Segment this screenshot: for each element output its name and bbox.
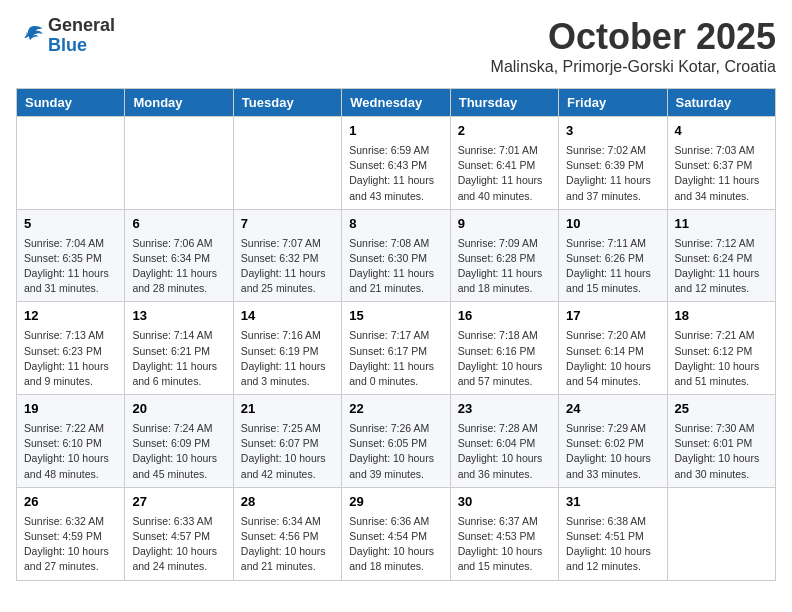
day-number: 23	[458, 400, 551, 419]
day-number: 31	[566, 493, 659, 512]
day-info: Sunrise: 6:37 AM Sunset: 4:53 PM Dayligh…	[458, 514, 551, 575]
day-number: 13	[132, 307, 225, 326]
calendar-week-row: 26Sunrise: 6:32 AM Sunset: 4:59 PM Dayli…	[17, 487, 776, 580]
day-info: Sunrise: 7:17 AM Sunset: 6:17 PM Dayligh…	[349, 328, 442, 389]
day-info: Sunrise: 7:08 AM Sunset: 6:30 PM Dayligh…	[349, 236, 442, 297]
day-info: Sunrise: 7:16 AM Sunset: 6:19 PM Dayligh…	[241, 328, 334, 389]
day-info: Sunrise: 7:20 AM Sunset: 6:14 PM Dayligh…	[566, 328, 659, 389]
calendar-cell: 31Sunrise: 6:38 AM Sunset: 4:51 PM Dayli…	[559, 487, 667, 580]
day-number: 27	[132, 493, 225, 512]
day-info: Sunrise: 7:03 AM Sunset: 6:37 PM Dayligh…	[675, 143, 768, 204]
day-number: 15	[349, 307, 442, 326]
day-number: 7	[241, 215, 334, 234]
day-number: 11	[675, 215, 768, 234]
day-number: 20	[132, 400, 225, 419]
day-info: Sunrise: 7:13 AM Sunset: 6:23 PM Dayligh…	[24, 328, 117, 389]
day-info: Sunrise: 7:28 AM Sunset: 6:04 PM Dayligh…	[458, 421, 551, 482]
day-info: Sunrise: 7:09 AM Sunset: 6:28 PM Dayligh…	[458, 236, 551, 297]
logo-text: General Blue	[48, 16, 115, 56]
day-number: 5	[24, 215, 117, 234]
logo-bird-icon	[16, 22, 44, 50]
day-number: 30	[458, 493, 551, 512]
calendar-cell: 16Sunrise: 7:18 AM Sunset: 6:16 PM Dayli…	[450, 302, 558, 395]
day-info: Sunrise: 7:24 AM Sunset: 6:09 PM Dayligh…	[132, 421, 225, 482]
day-info: Sunrise: 6:38 AM Sunset: 4:51 PM Dayligh…	[566, 514, 659, 575]
calendar-cell	[233, 117, 341, 210]
calendar-cell: 11Sunrise: 7:12 AM Sunset: 6:24 PM Dayli…	[667, 209, 775, 302]
day-number: 14	[241, 307, 334, 326]
calendar-cell: 5Sunrise: 7:04 AM Sunset: 6:35 PM Daylig…	[17, 209, 125, 302]
day-info: Sunrise: 7:22 AM Sunset: 6:10 PM Dayligh…	[24, 421, 117, 482]
calendar-cell: 8Sunrise: 7:08 AM Sunset: 6:30 PM Daylig…	[342, 209, 450, 302]
day-info: Sunrise: 7:12 AM Sunset: 6:24 PM Dayligh…	[675, 236, 768, 297]
day-number: 19	[24, 400, 117, 419]
day-info: Sunrise: 7:21 AM Sunset: 6:12 PM Dayligh…	[675, 328, 768, 389]
day-info: Sunrise: 7:25 AM Sunset: 6:07 PM Dayligh…	[241, 421, 334, 482]
calendar-cell: 6Sunrise: 7:06 AM Sunset: 6:34 PM Daylig…	[125, 209, 233, 302]
calendar-cell: 28Sunrise: 6:34 AM Sunset: 4:56 PM Dayli…	[233, 487, 341, 580]
calendar-cell: 14Sunrise: 7:16 AM Sunset: 6:19 PM Dayli…	[233, 302, 341, 395]
day-info: Sunrise: 6:34 AM Sunset: 4:56 PM Dayligh…	[241, 514, 334, 575]
day-info: Sunrise: 6:33 AM Sunset: 4:57 PM Dayligh…	[132, 514, 225, 575]
calendar-week-row: 19Sunrise: 7:22 AM Sunset: 6:10 PM Dayli…	[17, 395, 776, 488]
logo: General Blue	[16, 16, 115, 56]
day-number: 8	[349, 215, 442, 234]
day-number: 12	[24, 307, 117, 326]
calendar-cell: 30Sunrise: 6:37 AM Sunset: 4:53 PM Dayli…	[450, 487, 558, 580]
day-number: 4	[675, 122, 768, 141]
day-info: Sunrise: 6:32 AM Sunset: 4:59 PM Dayligh…	[24, 514, 117, 575]
calendar-cell: 4Sunrise: 7:03 AM Sunset: 6:37 PM Daylig…	[667, 117, 775, 210]
calendar-cell: 23Sunrise: 7:28 AM Sunset: 6:04 PM Dayli…	[450, 395, 558, 488]
day-number: 1	[349, 122, 442, 141]
title-block: October 2025 Malinska, Primorje-Gorski K…	[491, 16, 776, 76]
day-info: Sunrise: 7:30 AM Sunset: 6:01 PM Dayligh…	[675, 421, 768, 482]
day-number: 16	[458, 307, 551, 326]
calendar-week-row: 1Sunrise: 6:59 AM Sunset: 6:43 PM Daylig…	[17, 117, 776, 210]
day-number: 3	[566, 122, 659, 141]
day-info: Sunrise: 7:14 AM Sunset: 6:21 PM Dayligh…	[132, 328, 225, 389]
day-info: Sunrise: 6:59 AM Sunset: 6:43 PM Dayligh…	[349, 143, 442, 204]
day-info: Sunrise: 7:01 AM Sunset: 6:41 PM Dayligh…	[458, 143, 551, 204]
weekday-header: Monday	[125, 89, 233, 117]
calendar-cell: 24Sunrise: 7:29 AM Sunset: 6:02 PM Dayli…	[559, 395, 667, 488]
day-number: 9	[458, 215, 551, 234]
weekday-header: Wednesday	[342, 89, 450, 117]
calendar-cell	[125, 117, 233, 210]
day-number: 24	[566, 400, 659, 419]
weekday-header: Friday	[559, 89, 667, 117]
calendar-cell: 1Sunrise: 6:59 AM Sunset: 6:43 PM Daylig…	[342, 117, 450, 210]
day-number: 21	[241, 400, 334, 419]
day-number: 18	[675, 307, 768, 326]
location-title: Malinska, Primorje-Gorski Kotar, Croatia	[491, 58, 776, 76]
calendar-cell: 7Sunrise: 7:07 AM Sunset: 6:32 PM Daylig…	[233, 209, 341, 302]
calendar-cell: 15Sunrise: 7:17 AM Sunset: 6:17 PM Dayli…	[342, 302, 450, 395]
day-info: Sunrise: 7:02 AM Sunset: 6:39 PM Dayligh…	[566, 143, 659, 204]
day-info: Sunrise: 6:36 AM Sunset: 4:54 PM Dayligh…	[349, 514, 442, 575]
day-info: Sunrise: 7:04 AM Sunset: 6:35 PM Dayligh…	[24, 236, 117, 297]
day-number: 25	[675, 400, 768, 419]
calendar-table: SundayMondayTuesdayWednesdayThursdayFrid…	[16, 88, 776, 581]
calendar-cell: 3Sunrise: 7:02 AM Sunset: 6:39 PM Daylig…	[559, 117, 667, 210]
calendar-cell: 20Sunrise: 7:24 AM Sunset: 6:09 PM Dayli…	[125, 395, 233, 488]
weekday-header-row: SundayMondayTuesdayWednesdayThursdayFrid…	[17, 89, 776, 117]
day-info: Sunrise: 7:18 AM Sunset: 6:16 PM Dayligh…	[458, 328, 551, 389]
calendar-cell: 25Sunrise: 7:30 AM Sunset: 6:01 PM Dayli…	[667, 395, 775, 488]
day-number: 29	[349, 493, 442, 512]
calendar-cell	[667, 487, 775, 580]
day-number: 22	[349, 400, 442, 419]
calendar-cell: 9Sunrise: 7:09 AM Sunset: 6:28 PM Daylig…	[450, 209, 558, 302]
calendar-cell: 22Sunrise: 7:26 AM Sunset: 6:05 PM Dayli…	[342, 395, 450, 488]
calendar-cell: 21Sunrise: 7:25 AM Sunset: 6:07 PM Dayli…	[233, 395, 341, 488]
calendar-cell: 18Sunrise: 7:21 AM Sunset: 6:12 PM Dayli…	[667, 302, 775, 395]
calendar-week-row: 12Sunrise: 7:13 AM Sunset: 6:23 PM Dayli…	[17, 302, 776, 395]
day-info: Sunrise: 7:26 AM Sunset: 6:05 PM Dayligh…	[349, 421, 442, 482]
weekday-header: Sunday	[17, 89, 125, 117]
calendar-cell: 26Sunrise: 6:32 AM Sunset: 4:59 PM Dayli…	[17, 487, 125, 580]
weekday-header: Saturday	[667, 89, 775, 117]
calendar-cell	[17, 117, 125, 210]
calendar-cell: 29Sunrise: 6:36 AM Sunset: 4:54 PM Dayli…	[342, 487, 450, 580]
calendar-cell: 12Sunrise: 7:13 AM Sunset: 6:23 PM Dayli…	[17, 302, 125, 395]
month-title: October 2025	[491, 16, 776, 58]
day-number: 6	[132, 215, 225, 234]
day-number: 2	[458, 122, 551, 141]
